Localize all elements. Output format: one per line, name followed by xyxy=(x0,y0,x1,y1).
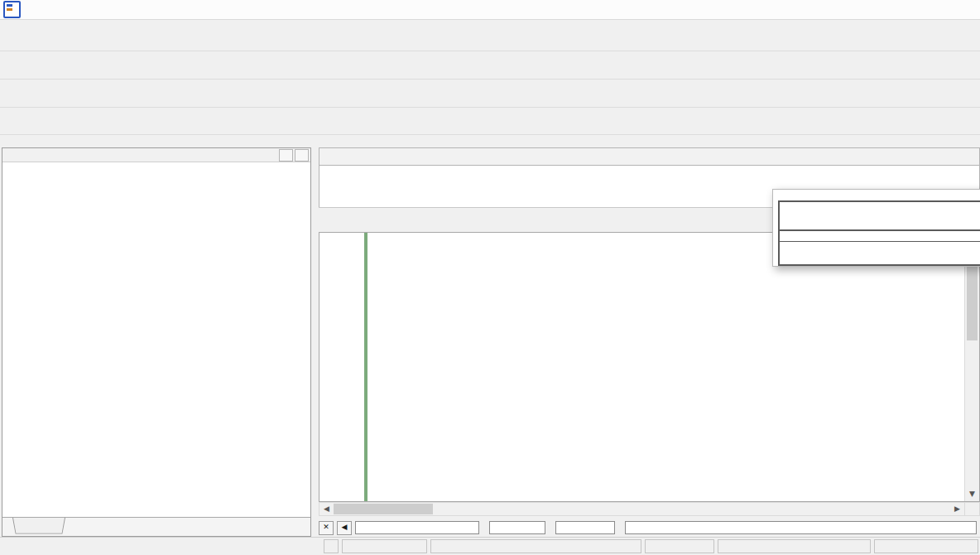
panel-grip[interactable] xyxy=(2,148,310,162)
comment-field[interactable] xyxy=(625,521,977,534)
menu-bar xyxy=(0,0,980,20)
popup-symbol-row xyxy=(780,202,980,231)
popup-nav-row xyxy=(780,242,980,264)
workspace-tabs xyxy=(2,517,310,536)
status-cell-2 xyxy=(342,539,427,553)
rung-margin-column xyxy=(319,233,364,501)
panel-menu-button[interactable] xyxy=(279,149,293,162)
symbol-bar-close-button[interactable]: ✕ xyxy=(319,521,334,535)
status-cell-5 xyxy=(874,539,978,553)
status-plc-connection xyxy=(430,539,641,553)
horizontal-scroll-thumb[interactable] xyxy=(334,504,433,514)
scroll-right-button[interactable]: ▶ xyxy=(950,503,964,515)
minimize-button[interactable] xyxy=(896,0,924,19)
status-bar xyxy=(0,537,980,555)
symbol-bar: ✕ ◀ xyxy=(319,519,980,537)
toolbar-standard xyxy=(0,20,980,51)
scroll-left-button[interactable]: ◀ xyxy=(319,503,334,515)
status-cell-3 xyxy=(645,539,714,553)
app-icon xyxy=(3,1,21,18)
panel-close-button[interactable] xyxy=(295,149,309,162)
close-button[interactable] xyxy=(952,0,980,19)
symbol-table-header xyxy=(319,147,980,166)
ladder-canvas[interactable] xyxy=(368,233,965,501)
status-cell-1 xyxy=(324,539,339,553)
ladder-editor[interactable]: ▲ ▼ xyxy=(319,232,980,502)
popup-shortcut-table xyxy=(778,200,980,266)
symbol-bar-field[interactable] xyxy=(355,521,479,534)
toolbar-diagram xyxy=(0,51,980,80)
cx-programmer-window: ▲ ▼ ◀ ▶ ✕ ◀ xyxy=(0,0,980,555)
name-field[interactable] xyxy=(489,521,545,534)
popup-find-address-label xyxy=(780,231,980,242)
status-cell-4 xyxy=(718,539,871,553)
address-field[interactable] xyxy=(555,521,615,534)
window-controls xyxy=(896,0,980,19)
horizontal-scroll-track[interactable] xyxy=(433,503,950,515)
popup-title xyxy=(773,190,980,200)
project-workspace-panel xyxy=(2,147,311,537)
horizontal-scrollbar[interactable]: ◀ ▶ xyxy=(319,502,980,516)
symbol-bar-prev-button[interactable]: ◀ xyxy=(337,521,352,535)
toolbar-plc xyxy=(0,80,980,108)
restore-button[interactable] xyxy=(924,0,952,19)
tab-project[interactable] xyxy=(12,518,65,533)
project-tree xyxy=(2,162,310,517)
scrollbar-corner xyxy=(964,503,979,515)
scroll-down-button[interactable]: ▼ xyxy=(965,487,979,501)
vertical-scrollbar[interactable]: ▲ ▼ xyxy=(964,233,979,501)
toolbar-views xyxy=(0,108,980,135)
cx-programmer-information-popup[interactable] xyxy=(772,189,980,267)
